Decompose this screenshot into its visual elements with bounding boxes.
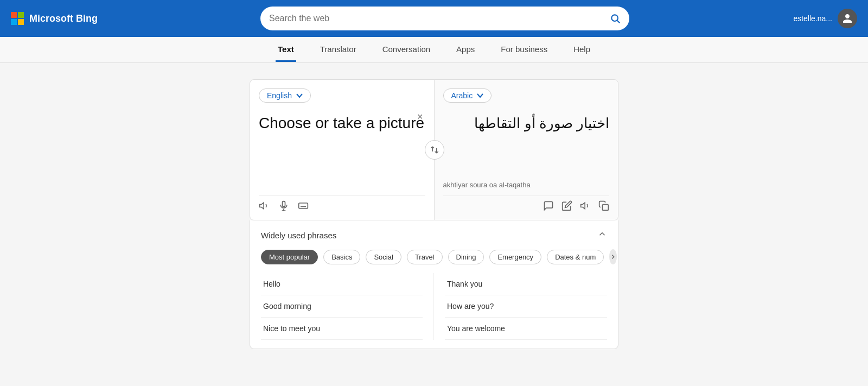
nav-item-apps[interactable]: Apps xyxy=(454,38,477,62)
target-controls xyxy=(443,195,610,211)
copy-icon xyxy=(598,200,609,211)
source-controls xyxy=(259,195,425,211)
avatar[interactable] xyxy=(838,9,857,28)
tag-dates-num[interactable]: Dates & num xyxy=(547,250,604,264)
target-lang-label: Arabic xyxy=(451,91,473,100)
edit-button[interactable] xyxy=(561,200,572,211)
phrase-good-morning[interactable]: Good morning xyxy=(261,295,423,318)
header: Microsoft Bing estelle.na... xyxy=(0,0,868,37)
svg-rect-3 xyxy=(283,201,285,207)
source-lang-label: English xyxy=(267,91,292,100)
svg-line-1 xyxy=(617,21,620,23)
phrase-nice-to-meet-you[interactable]: Nice to meet you xyxy=(261,318,423,340)
collapse-phrases-button[interactable] xyxy=(597,229,607,242)
nav-item-conversation[interactable]: Conversation xyxy=(380,38,432,62)
translator-box: English Choose or take a picture × xyxy=(250,79,618,220)
translator-wrapper: English Choose or take a picture × xyxy=(250,79,618,349)
speaker-icon-target xyxy=(580,200,591,211)
phrase-tags: Most popular Basics Social Travel Dining… xyxy=(261,249,607,264)
target-text-area: اختيار صورة أو التقاطها xyxy=(443,109,610,174)
nav-item-text[interactable]: Text xyxy=(276,38,296,62)
transliteration-text: akhtiyar soura oa al-taqatha xyxy=(443,181,610,189)
swap-languages-button[interactable] xyxy=(425,140,444,160)
tag-more-button[interactable] xyxy=(609,249,617,264)
mic-icon xyxy=(278,200,289,211)
tag-social[interactable]: Social xyxy=(366,250,401,264)
phrase-how-are-you[interactable]: How are you? xyxy=(445,295,607,318)
source-main-text: Choose or take a picture xyxy=(259,109,425,133)
svg-marker-2 xyxy=(260,203,264,209)
source-lang-selector[interactable]: English xyxy=(259,88,311,103)
target-arabic-text: اختيار صورة أو التقاطها xyxy=(443,109,610,133)
source-text-area: Choose or take a picture × xyxy=(259,109,425,189)
nav-item-translator[interactable]: Translator xyxy=(318,38,359,62)
phrase-you-are-welcome[interactable]: You are welcome xyxy=(445,318,607,340)
phrases-grid: Hello Good morning Nice to meet you Than… xyxy=(261,273,607,340)
svg-point-0 xyxy=(611,15,618,21)
phrases-title: Widely used phrases xyxy=(261,231,336,240)
target-lang-chevron xyxy=(477,92,483,99)
search-bar xyxy=(260,7,629,30)
user-area: estelle.na... xyxy=(792,9,857,28)
username: estelle.na... xyxy=(793,14,832,23)
keyboard-button[interactable] xyxy=(298,200,309,211)
source-lang-chevron xyxy=(296,92,303,99)
phrase-hello[interactable]: Hello xyxy=(261,273,423,295)
mic-button[interactable] xyxy=(278,200,289,211)
copy-button[interactable] xyxy=(598,200,609,211)
source-panel: English Choose or take a picture × xyxy=(250,80,435,220)
chevron-up-icon xyxy=(597,229,607,239)
phrase-thank-you[interactable]: Thank you xyxy=(445,273,607,295)
tag-most-popular[interactable]: Most popular xyxy=(261,250,318,264)
comment-button[interactable] xyxy=(543,200,554,211)
nav: Text Translator Conversation Apps For bu… xyxy=(0,37,868,63)
logo-text: Microsoft Bing xyxy=(29,13,98,24)
search-icon xyxy=(610,13,621,24)
phrases-section: Widely used phrases Most popular Basics … xyxy=(250,220,618,349)
swap-icon xyxy=(430,145,439,155)
target-lang-selector[interactable]: Arabic xyxy=(443,88,492,103)
logo-area: Microsoft Bing xyxy=(11,12,98,25)
search-input[interactable] xyxy=(269,14,610,23)
phrases-left-column: Hello Good morning Nice to meet you xyxy=(261,273,434,340)
tag-dining[interactable]: Dining xyxy=(448,250,484,264)
search-button[interactable] xyxy=(610,13,621,24)
svg-marker-12 xyxy=(581,203,585,209)
comment-icon xyxy=(543,200,554,211)
phrases-right-column: Thank you How are you? You are welcome xyxy=(434,273,607,340)
nav-item-for-business[interactable]: For business xyxy=(499,38,550,62)
keyboard-icon xyxy=(298,200,309,211)
chevron-right-icon xyxy=(609,253,617,261)
speaker-icon-source xyxy=(259,200,270,211)
tag-emergency[interactable]: Emergency xyxy=(489,250,541,264)
speaker-button-source[interactable] xyxy=(259,200,270,211)
microsoft-logo xyxy=(11,12,24,25)
tag-basics[interactable]: Basics xyxy=(323,250,360,264)
phrases-header: Widely used phrases xyxy=(261,229,607,242)
tag-travel[interactable]: Travel xyxy=(407,250,443,264)
edit-icon xyxy=(561,200,572,211)
svg-rect-13 xyxy=(603,205,609,211)
svg-rect-6 xyxy=(299,203,308,208)
close-button[interactable]: × xyxy=(417,111,423,123)
nav-item-help[interactable]: Help xyxy=(571,38,592,62)
main-content: English Choose or take a picture × xyxy=(239,79,629,349)
speaker-button-target[interactable] xyxy=(580,200,591,211)
search-bar-wrap xyxy=(260,7,629,30)
target-panel: Arabic اختيار صورة أو التقاطها akhtiyar … xyxy=(435,80,618,220)
